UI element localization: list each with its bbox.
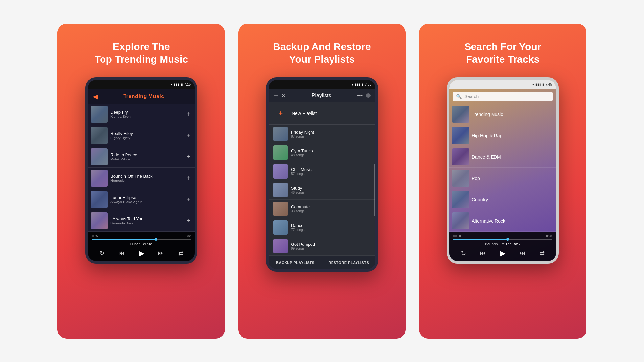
shuffle-button-3[interactable]: ⇄ bbox=[537, 250, 547, 257]
genre-item-6[interactable]: Alternative Rock bbox=[449, 210, 556, 232]
pl-name-1: Friday Night bbox=[291, 130, 371, 135]
app-bar-1: ◀ Trending Music bbox=[88, 89, 195, 104]
track-add-4[interactable]: + bbox=[185, 173, 192, 183]
pl-thumb-4 bbox=[273, 183, 288, 197]
progress-fill-3 bbox=[453, 239, 508, 240]
play-button-1[interactable]: ▶ bbox=[136, 249, 146, 258]
status-icons-2: ▾ ▮▮▮ ▮ 7:05 bbox=[352, 83, 371, 86]
genre-thumb-6 bbox=[452, 212, 469, 229]
track-add-2[interactable]: + bbox=[185, 130, 192, 140]
playlist-item-1[interactable]: Friday Night 87 songs bbox=[269, 125, 375, 143]
status-bar-2: ▾ ▮▮▮ ▮ 7:05 bbox=[269, 80, 375, 89]
more-icon[interactable]: ••• bbox=[357, 93, 363, 98]
shuffle-button-1[interactable]: ⇄ bbox=[176, 250, 186, 257]
track-add-3[interactable]: + bbox=[185, 152, 192, 162]
search-input[interactable]: Search bbox=[464, 94, 549, 99]
player-time-3: 00:50 -0:28 bbox=[453, 234, 552, 238]
new-playlist-label: New Playlist bbox=[292, 111, 317, 116]
track-info-1: Deep Fry Kichua Sech bbox=[110, 110, 183, 118]
pl-info-5: Commute 33 songs bbox=[291, 204, 371, 213]
playlist-item-3[interactable]: Chill Music 57 songs bbox=[269, 162, 375, 181]
track-add-5[interactable]: + bbox=[185, 194, 192, 204]
track-artist-4: Nemesis bbox=[110, 179, 183, 182]
search-bar: 🔍 Search bbox=[453, 92, 553, 101]
track-artist-5: Always Brake Again bbox=[110, 200, 183, 204]
repeat-button-3[interactable]: ↻ bbox=[458, 250, 468, 257]
restore-button[interactable]: RESTORE PLAYLISTS bbox=[322, 259, 376, 266]
back-button-1[interactable]: ◀ bbox=[93, 93, 98, 100]
pl-name-2: Gym Tunes bbox=[291, 148, 371, 153]
repeat-button-1[interactable]: ↻ bbox=[97, 250, 107, 257]
status-bar-3: ▾ ▮▮▮ ▮ 7:45 bbox=[449, 80, 556, 89]
playlist-item-6[interactable]: Dance 77 songs bbox=[269, 218, 375, 237]
pl-name-7: Get Pumped bbox=[291, 242, 371, 247]
player-time-1: 00:50 -0:32 bbox=[92, 234, 191, 238]
track-thumb-4 bbox=[91, 170, 108, 187]
track-item-3[interactable]: Ride In Peace Rolak White + bbox=[88, 146, 195, 168]
track-info-4: Bouncin' Off The Back Nemesis bbox=[110, 174, 183, 182]
forward-button-3[interactable]: ⏭ bbox=[518, 250, 527, 257]
track-name-3: Ride In Peace bbox=[110, 152, 183, 157]
playlist-item-4[interactable]: Study 46 songs bbox=[269, 181, 375, 200]
pl-name-4: Study bbox=[291, 186, 371, 191]
player-progress-1[interactable] bbox=[92, 239, 191, 240]
track-artist-2: EightyEighty bbox=[110, 136, 183, 140]
search-icon: 🔍 bbox=[456, 94, 462, 99]
card-title-1: Explore TheTop Trending Music bbox=[95, 40, 188, 66]
genre-item-5[interactable]: Country bbox=[449, 189, 556, 210]
playlist-items-container: Friday Night 87 songs Gym Tunes 48 songs… bbox=[269, 125, 375, 256]
card-trending: Explore TheTop Trending Music ▾ ▮▮▮ ▮ 7:… bbox=[58, 24, 225, 339]
genre-thumb-2 bbox=[452, 127, 469, 144]
forward-button-1[interactable]: ⏭ bbox=[156, 250, 166, 257]
now-playing-1: Lunar Eclipse bbox=[92, 242, 191, 246]
player-progress-3[interactable] bbox=[453, 239, 552, 240]
track-item-1[interactable]: Deep Fry Kichua Sech + bbox=[88, 104, 195, 125]
genre-item-3[interactable]: Dance & EDM bbox=[449, 146, 556, 168]
pl-info-6: Dance 77 songs bbox=[291, 223, 371, 232]
track-add-1[interactable]: + bbox=[185, 109, 192, 119]
track-item-4[interactable]: Bouncin' Off The Back Nemesis + bbox=[88, 168, 195, 189]
genre-item-2[interactable]: Hip Hop & Rap bbox=[449, 125, 556, 146]
backup-button[interactable]: BACKUP PLAYLISTS bbox=[269, 259, 322, 266]
pl-info-1: Friday Night 87 songs bbox=[291, 130, 371, 138]
pl-name-3: Chill Music bbox=[291, 167, 371, 172]
pl-thumb-6 bbox=[273, 220, 288, 235]
rewind-button-1[interactable]: ⏮ bbox=[117, 250, 126, 257]
card-title-3: Search For YourFavorite Tracks bbox=[464, 40, 541, 66]
pl-count-5: 33 songs bbox=[291, 209, 371, 213]
pl-info-2: Gym Tunes 48 songs bbox=[291, 148, 371, 157]
close-icon[interactable]: ✕ bbox=[281, 93, 286, 99]
card-search: Search For YourFavorite Tracks ▾ ▮▮▮ ▮ 7… bbox=[419, 24, 586, 339]
player-controls-1: ↻ ⏮ ▶ ⏭ ⇄ bbox=[92, 248, 191, 259]
genre-name-1: Trending Music bbox=[472, 112, 503, 117]
phone-device-2: ▾ ▮▮▮ ▮ 7:05 ☰ ✕ Playlists ••• + New Pla… bbox=[266, 77, 378, 272]
signal-icon: ▮▮▮ bbox=[174, 83, 180, 86]
playlist-item-7[interactable]: Get Pumped 99 songs bbox=[269, 237, 375, 256]
scrollbar[interactable] bbox=[374, 164, 375, 216]
progress-fill-1 bbox=[92, 239, 156, 240]
track-item-5[interactable]: Lunar Eclipse Always Brake Again + bbox=[88, 189, 195, 210]
signal-icon-3: ▮▮▮ bbox=[535, 83, 541, 86]
playlist-item-2[interactable]: Gym Tunes 48 songs bbox=[269, 143, 375, 162]
track-item-6[interactable]: I Always Told You Bananda Band + bbox=[88, 210, 195, 232]
play-button-3[interactable]: ▶ bbox=[498, 249, 508, 258]
track-thumb-5 bbox=[91, 191, 108, 208]
genre-name-5: Country bbox=[472, 197, 488, 202]
battery-icon: ▮ bbox=[181, 83, 183, 86]
progress-dot-3 bbox=[506, 238, 509, 241]
new-playlist-row[interactable]: + New Playlist bbox=[269, 102, 375, 125]
track-add-6[interactable]: + bbox=[185, 216, 192, 226]
time-remaining-3: -0:28 bbox=[545, 234, 552, 238]
track-thumb-2 bbox=[91, 127, 108, 144]
genre-item-1[interactable]: Trending Music bbox=[449, 104, 556, 125]
status-icons-1: ▾ ▮▮▮ ▮ 7:15 bbox=[171, 83, 191, 86]
pl-info-3: Chill Music 57 songs bbox=[291, 167, 371, 176]
playlist-item-5[interactable]: Commute 33 songs bbox=[269, 200, 375, 218]
menu-icon[interactable]: ☰ bbox=[273, 93, 278, 99]
genre-item-4[interactable]: Pop bbox=[449, 168, 556, 189]
pl-thumb-7 bbox=[273, 239, 288, 253]
rewind-button-3[interactable]: ⏮ bbox=[478, 250, 488, 257]
track-item-2[interactable]: Really Riley EightyEighty + bbox=[88, 125, 195, 146]
card-title-2: Backup And RestoreYour Playlists bbox=[273, 40, 371, 66]
track-thumb-6 bbox=[91, 212, 108, 229]
